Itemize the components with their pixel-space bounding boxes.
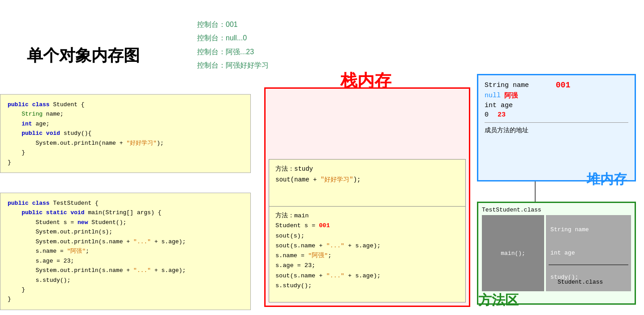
test-student-class-label: TestStudent.class (482, 207, 631, 213)
console-line-3: 控制台：阿强...23 (197, 45, 269, 59)
heap-id-value: 001 (556, 81, 570, 90)
student-class-code: public class Student { String name; int … (0, 94, 251, 173)
stack-main-method-box: 方法：main Student s = 001 sout(s); sout(s.… (269, 206, 466, 302)
page-title: 单个对象内存图 (27, 45, 140, 67)
heap-int-age-label: int age (485, 102, 513, 109)
main-method-box: main(); (482, 215, 544, 291)
heap-int-age-row: int age (485, 102, 628, 109)
heap-null-text: null (485, 92, 501, 99)
string-name-item: String name (549, 218, 628, 241)
heap-memory-area: String name 001 null 阿强 int age 0 23 成员方… (477, 74, 636, 181)
stack-study-method-box: 方法：study sout(name + "好好学习"); (269, 159, 466, 213)
method-area-label: 方法区 (478, 291, 519, 310)
heap-name-value: 阿强 (504, 91, 518, 100)
heap-age-value: 23 (498, 111, 506, 119)
student-class-file-label: Student.class (558, 279, 603, 285)
page-container: 单个对象内存图 控制台：001 控制台：null...0 控制台：阿强...23… (0, 0, 644, 315)
console-line-1: 控制台：001 (197, 18, 269, 31)
test-student-class-code: public class TestStudent { public static… (0, 193, 251, 310)
method-memory-area: TestStudent.class main(); String name in… (477, 202, 636, 305)
heap-null-name-row: null 阿强 (485, 91, 628, 100)
console-line-4: 控制台：阿强好好学习 (197, 59, 269, 72)
heap-method-addr-row: 成员方法的地址 (485, 126, 628, 134)
heap-string-name-label: String name (485, 82, 529, 89)
int-age-item: int age (549, 241, 628, 264)
heap-string-name-row: String name 001 (485, 81, 628, 90)
heap-method-addr-label: 成员方法的地址 (485, 126, 528, 134)
console-output: 控制台：001 控制台：null...0 控制台：阿强...23 控制台：阿强好… (197, 18, 269, 73)
heap-age-values-row: 0 23 (485, 111, 628, 119)
heap-age-zero: 0 (485, 111, 489, 119)
heap-memory-label: 堆内存 (587, 170, 627, 189)
method-inner-boxes: main(); String name int age study(); (482, 215, 631, 291)
console-line-2: 控制台：null...0 (197, 31, 269, 45)
heap-divider (485, 122, 628, 123)
